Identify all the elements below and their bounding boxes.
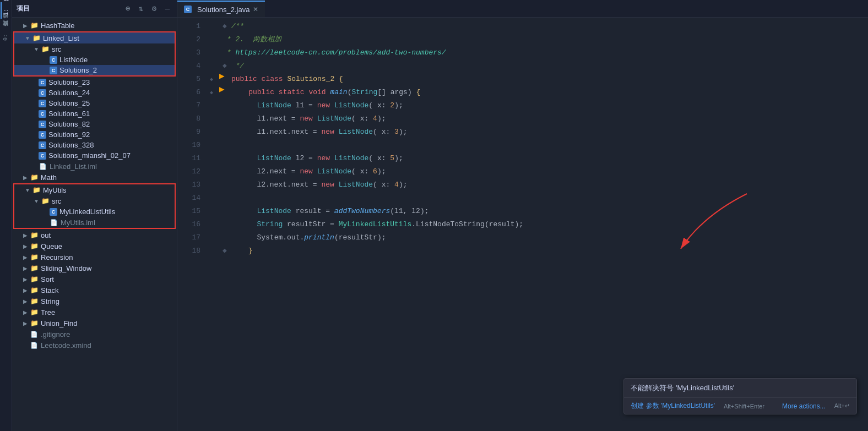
tree-item-solutions2[interactable]: C Solutions_2 (14, 65, 175, 75)
tree-item-recursion[interactable]: 📁 Recursion (12, 252, 177, 263)
tree-item-solutions92[interactable]: C Solutions_92 (12, 129, 177, 140)
sidebar-item-project[interactable]: 1: 项目 (1, 2, 12, 19)
tree-item-src[interactable]: 📁 src (14, 43, 175, 54)
gutter-cell-1 (205, 20, 218, 33)
sidebar-item-commit[interactable]: 0: 提交对比 (1, 28, 11, 44)
java-icon: C (39, 141, 46, 149)
code-line-10 (218, 139, 868, 152)
sidebar-item-structure[interactable]: 结构 (1, 20, 11, 26)
tree-item-myutils-iml[interactable]: 📄 MyUtils.iml (14, 217, 175, 228)
code-content[interactable]: ▶ ▶ ◆ /** * 2. 两数相加 * https://leetcode-c… (218, 18, 868, 431)
minimize-btn[interactable]: — (162, 4, 172, 14)
tree-item-leetcode-xmind[interactable]: 📄 Leetcode.xmind (12, 340, 177, 351)
gutter-cell-7 (205, 99, 218, 112)
folder-icon: 📁 (30, 308, 39, 317)
tree-item-sort[interactable]: 📁 Sort (12, 274, 177, 285)
expand-icon (32, 46, 41, 52)
code-line-4: ◆ */ (218, 59, 868, 73)
tree-label: out (41, 231, 51, 239)
tree-item-solutions82[interactable]: C Solutions_82 (12, 119, 177, 129)
editor: 1 2 3 4 5 6 7 8 9 10 11 12 13 14 15 16 1… (177, 18, 868, 431)
expand-icon (21, 243, 30, 249)
folder-icon: 📁 (41, 197, 50, 205)
tab-bar: C Solutions_2.java ✕ (177, 0, 868, 18)
iml-icon: 📄 (39, 162, 47, 171)
tree-label: Leetcode.xmind (41, 341, 91, 350)
create-param-btn[interactable]: 创建 参数 'MyLinkedListUtils' (631, 401, 715, 411)
java-icon: C (39, 79, 46, 86)
java-icon: C (50, 208, 57, 216)
folder-icon: 📁 (30, 231, 39, 239)
tree-item-solutions328[interactable]: C Solutions_328 (12, 140, 177, 150)
tree-label: Solutions_mianshi_02_07 (48, 151, 131, 160)
tree-item-tree[interactable]: 📁 Tree (12, 307, 177, 318)
tooltip-popup: 不能解决符号 'MyLinkedListUtils' 创建 参数 'MyLink… (623, 378, 857, 414)
tab-close-btn[interactable]: ✕ (253, 6, 258, 13)
tree-label: MyUtils.iml (61, 219, 95, 227)
tree-item-solutions24[interactable]: C Solutions_24 (12, 88, 177, 98)
tooltip-message: 不能解决符号 'MyLinkedListUtils' (624, 379, 856, 398)
folder-icon: 📁 (30, 173, 39, 182)
tree-item-myutils-src[interactable]: 📁 src (14, 195, 175, 206)
gutter-cell-9 (205, 126, 218, 139)
tree-item-math[interactable]: 📁 Math (12, 172, 177, 183)
expand-icon (21, 232, 30, 238)
tooltip-shortcut: Alt+Shift+Enter (724, 403, 764, 410)
tree-item-gitignore[interactable]: 📄 .gitignore (12, 329, 177, 340)
code-line-18: ◆ } (218, 244, 868, 258)
tree-item-solutions61[interactable]: C Solutions_61 (12, 108, 177, 119)
tree-item-linked-list[interactable]: 📁 Linked_List (14, 32, 175, 43)
java-icon: C (39, 121, 46, 128)
tree-item-solutions-mianshi[interactable]: C Solutions_mianshi_02_07 (12, 150, 177, 161)
tab-solutions2[interactable]: C Solutions_2.java ✕ (177, 1, 265, 17)
gutter-cell-3 (205, 46, 218, 59)
tree-item-hashtable[interactable]: 📁 HashTable (12, 20, 177, 31)
code-line-15: ListNode result = addTwoNumbers(l1, l2); (218, 205, 868, 218)
file-tree: 📁 HashTable 📁 Linked_List 📁 src (12, 18, 177, 431)
fold-icon[interactable]: ◆ (210, 89, 213, 96)
gutter-cell-4 (205, 59, 218, 73)
gutter-cell-5: ◆ (205, 73, 218, 86)
tree-item-stack[interactable]: 📁 Stack (12, 285, 177, 296)
tree-label: Solutions_23 (48, 78, 90, 86)
tree-label: Solutions_61 (48, 110, 90, 118)
main-area: C Solutions_2.java ✕ 1 2 3 4 5 6 7 8 9 1… (177, 0, 868, 431)
java-icon: C (50, 56, 57, 64)
expand-icon (21, 23, 30, 29)
tree-item-out[interactable]: 📁 out (12, 230, 177, 241)
fold-icon[interactable]: ◆ (210, 76, 213, 83)
java-icon: C (39, 100, 46, 107)
tree-item-mylinkedlistutils[interactable]: C MyLinkedListUtils (14, 206, 175, 217)
gutter-cell-18 (205, 244, 218, 258)
tree-item-linked-list-iml[interactable]: 📄 Linked_List.iml (12, 161, 177, 172)
gutter-cell-16 (205, 218, 218, 231)
gutter: ◆ ◆ (205, 18, 218, 431)
panel-header: 项目 ⊕ ⇅ ⚙ — (12, 0, 177, 18)
tree-item-myutils[interactable]: 📁 MyUtils (14, 184, 175, 195)
folder-icon: 📁 (30, 275, 39, 283)
tree-item-queue[interactable]: 📁 Queue (12, 241, 177, 252)
gutter-cell-10 (205, 139, 218, 152)
tree-item-solutions23[interactable]: C Solutions_23 (12, 77, 177, 88)
folder-icon: 📁 (30, 319, 39, 328)
tree-label: Solutions_25 (48, 99, 90, 107)
settings-btn[interactable]: ⚙ (149, 4, 159, 14)
tree-item-union-find[interactable]: 📁 Union_Find (12, 318, 177, 329)
sort-btn[interactable]: ⇅ (136, 4, 146, 14)
tree-label: MyUtils (43, 186, 67, 194)
gutter-cell-14 (205, 192, 218, 205)
add-content-btn[interactable]: ⊕ (123, 4, 133, 14)
tree-item-sliding-window[interactable]: 📁 Sliding_Window (12, 263, 177, 274)
code-line-3: * https://leetcode-cn.com/problems/add-t… (218, 46, 868, 59)
tree-item-listnode[interactable]: C ListNode (14, 54, 175, 65)
tree-label: Math (41, 173, 57, 182)
folder-icon: 📁 (30, 264, 39, 272)
expand-icon (21, 320, 30, 326)
sidebar-icons: 1: 项目 结构 0: 提交对比 (0, 0, 12, 431)
tree-label: Stack (41, 286, 59, 294)
tree-item-string[interactable]: 📁 String (12, 296, 177, 307)
java-icon: C (39, 89, 46, 97)
code-line-6: public static void main(String[] args) { (218, 86, 868, 99)
more-actions-btn[interactable]: More actions... (782, 402, 826, 410)
tree-item-solutions25[interactable]: C Solutions_25 (12, 98, 177, 108)
